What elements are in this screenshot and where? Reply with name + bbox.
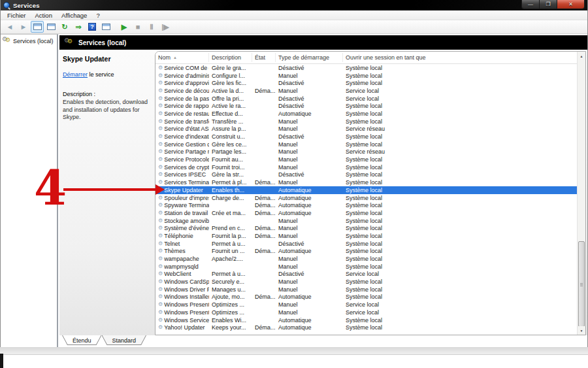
service-gear-icon: ⚙	[158, 88, 163, 93]
service-row[interactable]: ⚙Service de restaura...Effectue d...Auto…	[155, 110, 577, 118]
service-name: Service d'approvisi...	[164, 80, 209, 86]
service-description: Fournit au...	[209, 156, 252, 163]
service-row[interactable]: ⚙TéléphonieFournit la p...Déma...ManuelS…	[155, 232, 577, 240]
service-logon-as: Système local	[343, 171, 577, 178]
service-description: Gère le gra...	[209, 65, 252, 71]
service-startup-type: Manuel	[276, 218, 343, 224]
service-description: Partage les...	[209, 148, 252, 155]
vertical-scrollbar[interactable]: ▲ ▼	[577, 52, 585, 335]
menu-affichage[interactable]: Affichage	[57, 11, 91, 20]
service-row[interactable]: ⚙wampapacheApache/2....ManuelSystème loc…	[155, 255, 577, 263]
service-row[interactable]: ⚙Service de la passe...Offre la pri...Dé…	[155, 95, 577, 103]
maximize-button[interactable]: ❐	[540, 0, 557, 8]
extended-view-button[interactable]	[99, 21, 112, 33]
service-gear-icon: ⚙	[158, 325, 163, 330]
restart-service-button[interactable]: |▶	[159, 21, 172, 33]
service-startup-type: Désactivé	[276, 103, 343, 109]
column-header-nom[interactable]: Nom ▲	[155, 53, 209, 62]
services-list: Nom ▲ Description État Type de démarrage…	[155, 51, 586, 335]
service-logon-as: Système local	[343, 293, 577, 300]
service-row[interactable]: ⚙Système d'événem...Prend en c...Déma...…	[155, 224, 577, 232]
scrollbar-thumb[interactable]	[578, 241, 585, 327]
service-row[interactable]: ⚙Windows InstallerAjoute, mo...Déma...Au…	[155, 293, 577, 301]
annotation-number: 4	[34, 165, 67, 212]
menu-help[interactable]: ?	[91, 11, 104, 20]
service-row[interactable]: ⚙Yahoo! UpdaterKeeps your...Déma...Autom…	[155, 324, 577, 331]
service-row[interactable]: ⚙Service Gestion des...Gère les ce...Man…	[155, 141, 577, 148]
help-button[interactable]: ?	[86, 21, 99, 33]
column-header-session[interactable]: Ouvrir une session en tant que	[343, 53, 577, 62]
back-button[interactable]: ◄	[3, 21, 16, 33]
service-row[interactable]: ⚙Windows CardSpaceSecurely e...ManuelSys…	[155, 278, 577, 286]
desktop-area	[0, 355, 588, 368]
service-gear-icon: ⚙	[158, 165, 163, 170]
service-row[interactable]: ⚙ThèmesFournit un ...Déma...AutomatiqueS…	[155, 248, 577, 256]
extended-view: Skype Updater Démarrer le service Descri…	[59, 50, 587, 335]
scroll-up-button[interactable]: ▲	[578, 52, 585, 60]
column-header-type-demarrage[interactable]: Type de démarrage	[276, 53, 343, 62]
service-name: Service de transfer...	[164, 118, 209, 125]
service-row[interactable]: ⚙Services de crypto...Fournit troi...Man…	[155, 163, 577, 171]
service-row[interactable]: ⚙Station de travailCrée et ma...Déma...A…	[155, 209, 577, 217]
tab-standard[interactable]: Standard	[102, 335, 147, 345]
toolbar: ◄►↻⇒?▶■Ⅱ|▶	[1, 20, 587, 34]
service-gear-icon: ⚙	[158, 172, 163, 177]
service-row[interactable]: ⚙Service de transfer...Transfère ...Manu…	[155, 118, 577, 125]
service-description: Charge de...	[209, 195, 252, 201]
service-row[interactable]: ⚙Spouleur d'impressionCharge de...Déma..…	[155, 194, 577, 202]
refresh-button[interactable]: ↻	[58, 21, 71, 33]
service-row[interactable]: ⚙Stockage amovibleManuelSystème local	[155, 217, 577, 225]
service-state: Déma...	[252, 248, 276, 254]
start-service-button[interactable]: ▶	[118, 21, 131, 33]
service-gear-icon: ⚙	[158, 271, 163, 276]
service-row[interactable]: ⚙Services Terminal S...Permet à pl...Dém…	[155, 178, 577, 186]
service-logon-as: Service réseau	[343, 125, 577, 132]
service-row[interactable]: ⚙Windows Presentat...Optimizes ...Manuel…	[155, 301, 577, 309]
service-row[interactable]: ⚙Skype UpdaterEnables th...AutomatiqueSy…	[155, 186, 577, 194]
menu-action[interactable]: Action	[31, 11, 57, 20]
service-row[interactable]: ⚙Spyware Terminato...Déma...AutomatiqueS…	[155, 201, 577, 209]
service-description: Permet à u...	[209, 271, 252, 277]
services-banner: ⚙⚙ Services (local)	[59, 35, 587, 50]
service-row[interactable]: ⚙Service COM de gr...Gère le gra...Désac…	[155, 64, 577, 72]
scroll-down-button[interactable]: ▼	[578, 326, 585, 335]
show-console-tree-button[interactable]	[31, 21, 44, 33]
menu-fichier[interactable]: Fichier	[3, 11, 31, 20]
service-gear-icon: ⚙	[158, 203, 163, 208]
properties-button[interactable]	[44, 21, 57, 33]
service-row[interactable]: ⚙Service d'état ASP....Assure la p...Man…	[155, 125, 577, 133]
service-row[interactable]: ⚙Services IPSECGère la str...DésactivéSy…	[155, 171, 577, 179]
forward-button[interactable]: ►	[17, 21, 30, 33]
service-name: Station de travail	[164, 210, 208, 216]
service-row[interactable]: ⚙Service Protocole E...Fournit au...Manu…	[155, 156, 577, 163]
minimize-button[interactable]: —	[522, 0, 540, 8]
service-name: Skype Updater	[164, 187, 203, 193]
service-description: Securely e...	[209, 278, 252, 285]
start-service-link[interactable]: Démarrer	[63, 71, 88, 78]
service-row[interactable]: ⚙Service de rapport ...Active le ra...Dé…	[155, 102, 577, 110]
column-header-description[interactable]: Description	[209, 53, 252, 62]
service-row[interactable]: ⚙Windows Presentat...Optimizes ...Manuel…	[155, 309, 577, 316]
pause-service-button[interactable]: Ⅱ	[145, 21, 158, 33]
tree-item-services-local[interactable]: ⚙⚙ Services (local)	[1, 35, 57, 46]
export-list-button[interactable]: ⇒	[72, 21, 85, 33]
service-row[interactable]: ⚙Service d'approvisi...Gère les fic...Dé…	[155, 79, 577, 87]
service-row[interactable]: ⚙wampmysqldManuelSystème local	[155, 263, 577, 271]
service-row[interactable]: ⚙Service d'administr...Configure l...Man…	[155, 72, 577, 80]
column-header-etat[interactable]: État	[252, 53, 276, 62]
service-row[interactable]: ⚙Service Partage rés...Partage les...Man…	[155, 148, 577, 156]
service-state: Déma...	[252, 179, 276, 186]
title-bar: Services — ❐ ✕	[1, 0, 587, 10]
stop-service-button[interactable]: ■	[131, 21, 144, 33]
service-name: Services de crypto...	[164, 164, 209, 171]
window-icon	[33, 24, 42, 30]
tab-etendu[interactable]: Étendu	[62, 335, 102, 345]
service-row[interactable]: ⚙Windows Driver Fo...Manages u...ManuelS…	[155, 286, 577, 293]
service-row[interactable]: ⚙Service de découve...Active la d...Déma…	[155, 87, 577, 95]
service-gear-icon: ⚙	[158, 264, 163, 269]
close-button[interactable]: ✕	[557, 0, 584, 8]
service-row[interactable]: ⚙Windows Service P...Enables Wi...Automa…	[155, 316, 577, 324]
service-row[interactable]: ⚙TelnetPermet à u...DésactivéSystème loc…	[155, 240, 577, 248]
service-row[interactable]: ⚙Service d'indexationConstruit u...Désac…	[155, 133, 577, 141]
service-row[interactable]: ⚙WebClientPermet à u...DésactivéService …	[155, 271, 577, 278]
